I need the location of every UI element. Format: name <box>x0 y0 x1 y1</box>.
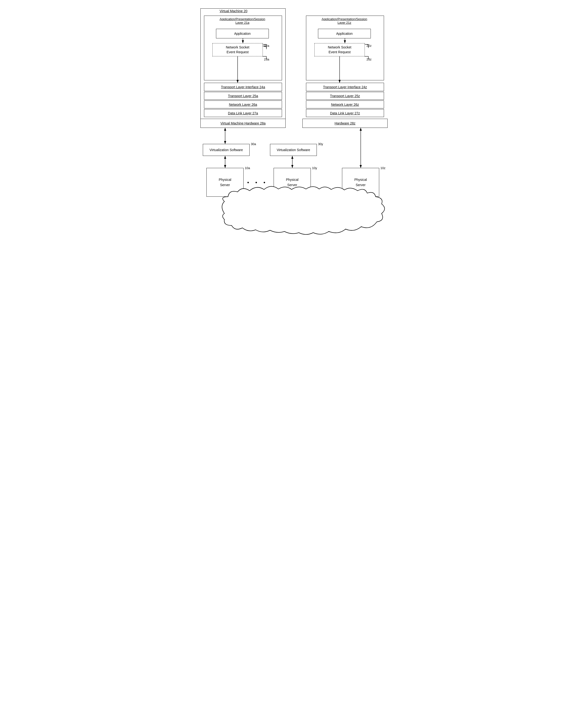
nser21a-box: Network Socket Event Request <box>212 43 263 56</box>
app21a-box: Application <box>216 29 269 38</box>
vmh28a-box: Virtual Machine Hardware 28a <box>200 119 286 128</box>
ps10a-label: PhysicalServer <box>219 177 231 188</box>
ps10a-ref: 10a <box>245 166 250 170</box>
hw28z-box: Hardware 28z <box>302 119 388 128</box>
ps10z-ref: 10z <box>380 166 385 170</box>
tl25a-box: Transport Layer 25a <box>204 92 282 100</box>
nl26z-label: Network Layer 26z <box>331 103 359 106</box>
tl25a-label: Transport Layer 25a <box>228 94 258 98</box>
ps10z-box: PhysicalServer <box>342 168 379 197</box>
nl26z-box: Network Layer 26z <box>306 101 384 108</box>
network-label: Network <box>273 221 286 225</box>
nser21z-line1: Network Socket <box>328 45 351 50</box>
tl25z-label: Transport Layer 25z <box>330 94 360 98</box>
tli24z-label: Transport Layer Interface 24z <box>323 85 367 89</box>
tl25z-box: Transport Layer 25z <box>306 92 384 100</box>
ps10y-label: PhysicalServer <box>286 177 298 188</box>
vs30a-box: Virtualization Software <box>203 144 250 156</box>
tli24a-label: Transport Layer Interface 24a <box>221 85 265 89</box>
ref-22z: 22z <box>366 44 372 48</box>
ellipsis-dots: • • • <box>247 179 267 186</box>
dll27a-label: Data Link Layer 27a <box>228 111 258 115</box>
network-ref: 2 <box>380 211 382 215</box>
dll27z-box: Data Link Layer 27z <box>306 109 384 117</box>
ps10y-ref: 10y <box>312 166 317 170</box>
tli24z-box: Transport Layer Interface 24z <box>306 83 384 91</box>
vs30y-box: Virtualization Software <box>270 144 317 156</box>
vs30y-label: Virtualization Software <box>277 148 310 152</box>
app21z-label: Application <box>336 32 353 35</box>
aps21a-label: Application/Presentation/SessionLayer 21… <box>213 17 271 24</box>
dll27z-label: Data Link Layer 27z <box>330 111 360 115</box>
nser21z-line2: Event Request <box>329 50 351 55</box>
nl26a-box: Network Layer 26a <box>204 101 282 108</box>
tli24a-box: Transport Layer Interface 24a <box>204 83 282 91</box>
ps10a-box: PhysicalServer <box>206 168 244 197</box>
ps10z-label: PhysicalServer <box>354 177 367 188</box>
ref-23a: 23a <box>264 58 269 61</box>
vmh28a-label: Virtual Machine Hardware 28a <box>220 121 265 125</box>
app21a-label: Application <box>234 32 251 35</box>
aps21z-label: Application/Presentation/SessionLayer 21… <box>315 17 373 24</box>
vs30y-ref: 30y <box>318 142 323 146</box>
dll27a-box: Data Link Layer 27a <box>204 109 282 117</box>
nser21a-line1: Network Socket <box>226 45 249 50</box>
ref-23z: 23z <box>366 58 372 61</box>
ps10y-box: PhysicalServer <box>274 168 311 197</box>
nl26a-label: Network Layer 26a <box>229 103 257 106</box>
vs30a-ref: 30a <box>251 142 256 146</box>
app21z-box: Application <box>318 29 371 38</box>
ref-22a: 22a <box>264 44 269 48</box>
vs30a-label: Virtualization Software <box>209 148 243 152</box>
hw28z-label: Hardware 28z <box>335 121 355 125</box>
vm20-label: Virtual Machine 20 <box>220 9 248 13</box>
nser21a-line2: Event Request <box>227 50 249 55</box>
nser21z-box: Network Socket Event Request <box>314 43 365 56</box>
